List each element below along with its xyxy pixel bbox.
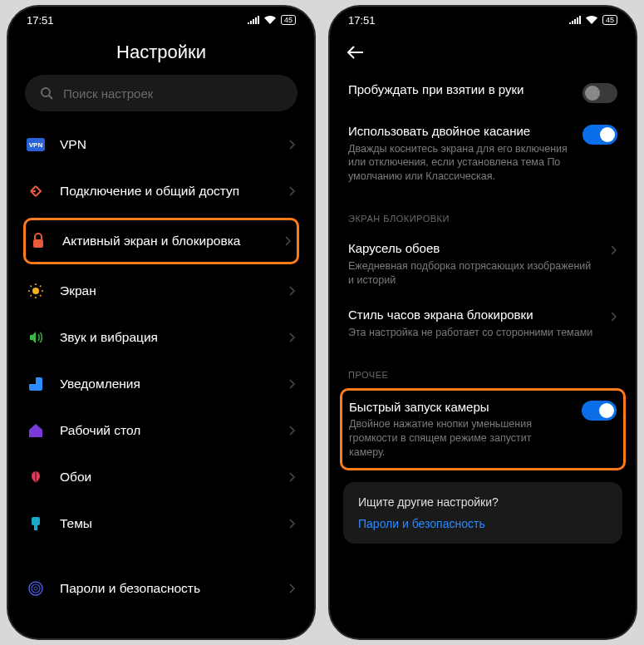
share-icon [27,182,45,200]
row-subtitle: Дважды коснитесь экрана для его включени… [348,142,571,185]
section-other: ПРОЧЕЕ [330,350,636,387]
notification-icon [27,375,45,393]
signal-icon [569,16,581,24]
chevron-right-icon [285,236,292,246]
signal-icon [248,16,259,24]
row-title: Использовать двойное касание [348,123,571,140]
row-label: Активный экран и блокировка [62,233,270,249]
svg-line-8 [31,286,32,288]
footer-link-passwords[interactable]: Пароли и безопасность [358,517,607,530]
chevron-right-icon [289,379,296,389]
search-placeholder: Поиск настроек [63,86,153,101]
battery-badge: 45 [281,15,296,25]
phone-right: 17:51 45 Пробуждать при взятии в руки Ис… [330,7,636,638]
chevron-right-icon [289,332,296,342]
home-icon [27,421,45,440]
status-icons: 45 [248,15,296,25]
chevron-right-icon [289,426,296,436]
sun-icon [27,282,45,300]
page-title: Настройки [8,42,314,63]
chevron-right-icon [611,245,617,255]
status-time: 17:51 [27,14,54,27]
settings-list: VPN VPN Подключение и общий доступ Актив… [8,121,314,612]
chevron-right-icon [289,472,296,482]
chevron-right-icon [289,186,296,196]
row-raise-to-wake[interactable]: Пробуждать при взятии в руки [330,71,636,113]
svg-point-18 [34,587,37,590]
row-label: Экран [60,283,274,299]
row-label: Звук и вибрация [60,329,274,346]
wifi-icon [264,16,276,24]
footer-card: Ищите другие настройки? Пароли и безопас… [343,482,622,544]
row-label: Пароли и безопасность [60,580,274,597]
row-home-screen[interactable]: Рабочий стол [12,407,311,454]
row-wallpaper-carousel[interactable]: Карусель обоев Ежедневная подборка потря… [330,230,636,297]
svg-rect-13 [29,377,36,384]
row-title: Карусель обоев [348,240,599,257]
chevron-right-icon [611,312,617,322]
section-lock-screen: ЭКРАН БЛОКИРОВКИ [330,194,636,230]
row-display[interactable]: Экран [12,268,311,314]
svg-rect-2 [33,239,43,248]
row-label: Обои [60,469,274,485]
lock-icon [29,232,47,250]
footer-question: Ищите другие настройки? [358,495,607,509]
row-wallpaper[interactable]: Обои [12,454,311,500]
row-label: Рабочий стол [60,422,274,439]
svg-point-3 [32,288,39,294]
toggle-raise-to-wake[interactable] [583,83,617,103]
svg-rect-14 [32,517,40,525]
row-label: VPN [60,136,274,153]
row-connection-sharing[interactable]: Подключение и общий доступ [12,168,311,214]
svg-point-17 [32,584,40,593]
brush-icon [27,515,45,533]
speaker-icon [27,328,45,347]
toggle-double-tap[interactable] [583,125,617,145]
chevron-right-icon [289,583,296,593]
svg-line-9 [40,295,42,297]
status-bar: 17:51 45 [8,7,314,33]
page-header [330,33,636,71]
row-themes[interactable]: Темы [12,500,311,547]
search-input[interactable]: Поиск настроек [25,75,297,111]
phone-left: 17:51 45 Настройки Поиск настроек VPN VP… [8,7,314,638]
chevron-right-icon [289,140,296,150]
svg-line-11 [40,286,42,288]
row-subtitle: Двойное нажатие кнопки уменьшения громко… [349,417,570,460]
row-title: Пробуждать при взятии в руки [348,81,571,98]
row-subtitle: Эта настройка не работает со сторонними … [348,326,599,340]
row-title: Стиль часов экрана блокировки [348,307,599,323]
row-passwords-security[interactable]: Пароли и безопасность [12,565,311,612]
chevron-right-icon [289,286,296,296]
row-label: Подключение и общий доступ [60,183,274,199]
svg-line-1 [49,96,52,99]
status-time: 17:51 [348,14,376,27]
battery-badge: 45 [602,15,617,25]
chevron-right-icon [289,519,296,529]
vpn-icon: VPN [27,135,45,154]
page-header: Настройки [8,33,314,75]
row-notifications[interactable]: Уведомления [12,361,311,407]
fingerprint-icon [27,579,45,598]
status-icons: 45 [569,15,617,25]
row-clock-style[interactable]: Стиль часов экрана блокировки Эта настро… [330,297,636,349]
row-vpn[interactable]: VPN VPN [12,121,311,168]
back-icon[interactable] [347,45,365,60]
svg-point-0 [42,88,50,96]
toggle-quick-camera[interactable] [582,401,617,421]
wifi-icon [586,16,597,24]
row-subtitle: Ежедневная подборка потрясающих изображе… [348,259,599,288]
search-icon [40,86,53,100]
row-label: Уведомления [60,376,274,392]
row-title: Быстрый запуск камеры [349,399,570,416]
row-lock-screen[interactable]: Активный экран и блокировка [23,218,299,264]
wallpaper-icon [27,468,45,486]
svg-line-10 [31,295,32,297]
status-bar: 17:51 45 [330,7,636,33]
svg-rect-15 [34,525,37,530]
row-double-tap[interactable]: Использовать двойное касание Дважды косн… [330,113,636,194]
row-label: Темы [60,515,274,532]
row-sound[interactable]: Звук и вибрация [12,314,311,361]
row-quick-camera[interactable]: Быстрый запуск камеры Двойное нажатие кн… [340,388,626,470]
